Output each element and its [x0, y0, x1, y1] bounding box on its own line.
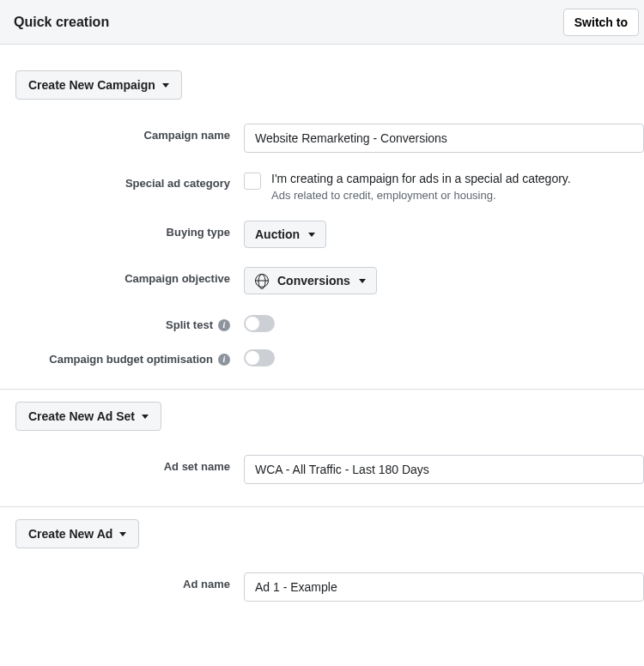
campaign-name-row: Campaign name: [15, 124, 644, 153]
split-test-label: Split test: [166, 318, 213, 331]
campaign-name-input[interactable]: [244, 124, 644, 153]
create-campaign-dropdown[interactable]: Create New Campaign: [15, 70, 182, 100]
create-ad-dropdown[interactable]: Create New Ad: [15, 519, 139, 548]
caret-down-icon: [119, 532, 126, 536]
create-adset-dropdown[interactable]: Create New Ad Set: [15, 402, 161, 431]
main-content: Create New Campaign Campaign name Specia…: [0, 45, 644, 624]
adset-name-row: Ad set name: [15, 455, 644, 484]
special-ad-row: Special ad category I'm creating a campa…: [15, 172, 644, 202]
ad-name-label: Ad name: [15, 572, 244, 590]
objective-row: Campaign objective Conversions: [15, 267, 644, 294]
campaign-section: Create New Campaign Campaign name Specia…: [15, 58, 644, 389]
special-ad-hint: Ads related to credit, employment or hou…: [271, 189, 571, 202]
create-ad-label: Create New Ad: [28, 527, 112, 541]
caret-down-icon: [359, 279, 366, 283]
caret-down-icon: [162, 83, 169, 88]
page-title: Quick creation: [14, 15, 109, 30]
buying-type-label: Buying type: [15, 221, 244, 239]
objective-select[interactable]: Conversions: [244, 267, 377, 294]
info-icon[interactable]: i: [218, 319, 230, 331]
ad-name-input[interactable]: [244, 572, 644, 602]
caret-down-icon: [142, 415, 149, 419]
caret-down-icon: [308, 233, 315, 237]
ad-name-row: Ad name: [15, 572, 644, 602]
adset-name-label: Ad set name: [15, 455, 244, 473]
info-icon[interactable]: i: [218, 354, 230, 366]
budget-opt-row: Campaign budget optimisation i: [15, 348, 644, 366]
split-test-toggle[interactable]: [244, 315, 275, 332]
buying-type-row: Buying type Auction: [15, 221, 644, 248]
buying-type-value: Auction: [255, 227, 300, 241]
ad-section: Create New Ad Ad name: [15, 507, 644, 624]
buying-type-select[interactable]: Auction: [244, 221, 326, 248]
adset-section: Create New Ad Set Ad set name: [15, 390, 644, 506]
switch-mode-button[interactable]: Switch to: [563, 9, 639, 36]
budget-opt-label: Campaign budget optimisation: [49, 353, 213, 366]
campaign-name-label: Campaign name: [15, 124, 244, 142]
top-bar: Quick creation Switch to: [0, 0, 644, 45]
globe-icon: [255, 274, 269, 288]
split-test-row: Split test i: [15, 313, 644, 332]
create-adset-label: Create New Ad Set: [28, 409, 135, 423]
adset-name-input[interactable]: [244, 455, 644, 484]
special-ad-checkbox[interactable]: [244, 173, 261, 190]
special-ad-label: Special ad category: [15, 172, 244, 190]
objective-label: Campaign objective: [15, 267, 244, 285]
special-ad-text: I'm creating a campaign for ads in a spe…: [271, 172, 571, 185]
create-campaign-label: Create New Campaign: [28, 78, 155, 92]
budget-opt-toggle[interactable]: [244, 349, 275, 366]
objective-value: Conversions: [277, 274, 350, 288]
